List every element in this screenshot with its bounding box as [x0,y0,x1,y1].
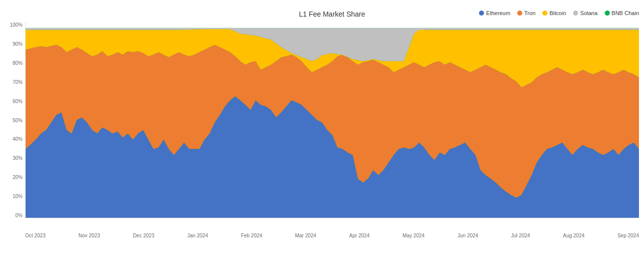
x-label-may24: May 2024 [403,233,425,238]
bnbchain-label: BNB Chain [612,10,639,16]
x-label-apr24: Apr 2024 [349,233,370,238]
y-label-30: 30% [5,155,23,161]
solana-dot [573,11,578,16]
legend-item-solana: Solana [573,10,597,16]
chart-container: L1 Fee Market Share Ethereum Tron Bitcoi… [0,0,644,264]
tron-dot [517,11,522,16]
y-label-10: 10% [5,194,23,199]
chart-svg [26,22,639,218]
y-label-0: 0% [5,213,23,218]
y-label-50: 50% [5,118,23,123]
bitcoin-label: Bitcoin [549,10,566,16]
ethereum-label: Ethereum [486,10,510,16]
y-label-100: 100% [5,22,23,28]
y-label-70: 70% [5,79,23,85]
x-label-feb24: Feb 2024 [241,233,262,238]
y-axis: 0% 10% 20% 30% 40% 50% 60% 70% 80% 90% 1… [5,22,23,218]
x-label-oct23: Oct 2023 [25,233,46,238]
ethereum-dot [479,11,484,16]
x-label-jun24: Jun 2024 [457,233,478,238]
x-label-sep24: Sep 2024 [617,233,639,238]
y-label-60: 60% [5,99,23,104]
y-label-80: 80% [5,60,23,66]
bitcoin-dot [542,11,547,16]
y-label-90: 90% [5,41,23,47]
tron-label: Tron [524,10,535,16]
legend-item-tron: Tron [517,10,535,16]
y-label-20: 20% [5,174,23,180]
x-label-aug24: Aug 2024 [563,233,585,238]
x-label-mar24: Mar 2024 [295,233,316,238]
x-label-dec23: Dec 2023 [133,233,154,238]
bnbchain-dot [605,11,610,16]
x-label-nov23: Nov 2023 [78,233,100,238]
legend-item-ethereum: Ethereum [479,10,510,16]
x-axis: Oct 2023 Nov 2023 Dec 2023 Jan 2024 Feb … [25,233,639,238]
solana-label: Solana [580,10,597,16]
legend-item-bnbchain: BNB Chain [605,10,639,16]
chart-area [25,22,639,218]
chart-legend: Ethereum Tron Bitcoin Solana BNB Chain [479,10,639,16]
x-label-jul24: Jul 2024 [511,233,530,238]
legend-item-bitcoin: Bitcoin [542,10,566,16]
y-label-40: 40% [5,136,23,142]
x-label-jan24: Jan 2024 [187,233,208,238]
